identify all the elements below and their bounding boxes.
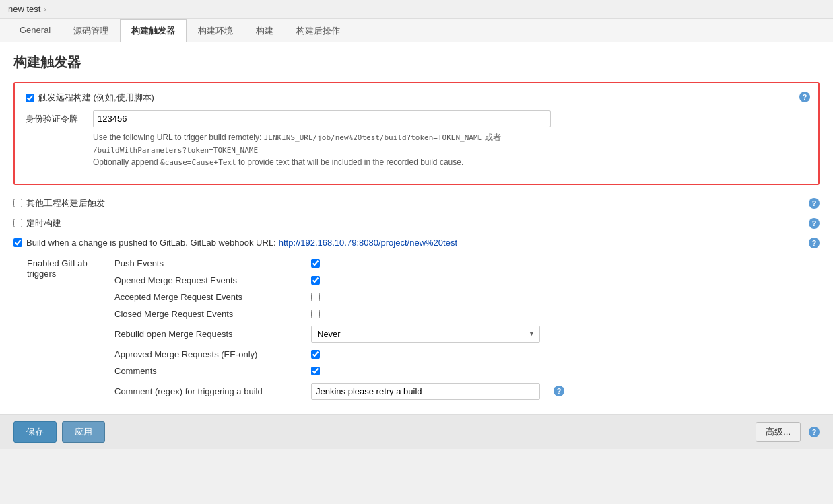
token-label: 身份验证令牌 <box>26 110 93 125</box>
footer-help-icon[interactable]: ? <box>809 427 820 437</box>
scheduled-help-icon[interactable]: ? <box>809 218 820 229</box>
gitlab-trigger-label: Build when a change is pushed to GitLab.… <box>26 238 276 248</box>
tab-build[interactable]: 构建 <box>244 19 285 42</box>
remote-trigger-label: 触发远程构建 (例如,使用脚本) <box>38 92 154 104</box>
accepted-merge-checkbox[interactable] <box>311 293 320 301</box>
tab-bar: General 源码管理 构建触发器 构建环境 构建 构建后操作 <box>0 19 833 42</box>
push-events-row: Push Events <box>114 255 564 272</box>
enabled-gitlab-label: Enabled GitLab triggers <box>27 255 114 403</box>
remote-trigger-checkbox-row: 触发远程构建 (例如,使用脚本) <box>26 92 807 104</box>
token-row: 身份验证令牌 Use the following URL to trigger … <box>26 110 807 169</box>
opened-merge-checkbox[interactable] <box>311 276 320 285</box>
opened-merge-label: Opened Merge Request Events <box>114 275 303 285</box>
remote-trigger-block: ? 触发远程构建 (例如,使用脚本) 身份验证令牌 Use the follow… <box>13 82 820 185</box>
gitlab-trigger-checkbox[interactable] <box>13 238 22 247</box>
footer-bar: 保存 应用 高级... ? <box>0 414 833 449</box>
cause-code: &cause=Cause+Text <box>160 158 236 167</box>
comments-row: Comments <box>114 363 564 380</box>
tab-general[interactable]: General <box>8 19 62 42</box>
remote-trigger-checkbox[interactable] <box>26 94 34 102</box>
comments-check <box>311 367 320 375</box>
approved-merge-label: Approved Merge Requests (EE-only) <box>114 349 303 359</box>
comment-regex-row: Comment (regex) for triggering a build ? <box>114 380 564 403</box>
gitlab-webhook-url: http://192.168.10.79:8080/project/new%20… <box>279 238 457 248</box>
accepted-merge-row: Accepted Merge Request Events <box>114 289 564 305</box>
tab-post-build[interactable]: 构建后操作 <box>285 19 352 42</box>
url-part1: JENKINS_URL/job/new%20test/build?token=T… <box>264 133 483 142</box>
page-title: 构建触发器 <box>13 53 820 71</box>
save-button[interactable]: 保存 <box>13 421 57 443</box>
accepted-merge-label: Accepted Merge Request Events <box>114 292 303 302</box>
push-events-checkbox[interactable] <box>311 259 320 268</box>
help-line2b: to provide text that will be included in… <box>238 157 463 167</box>
token-field-content: Use the following URL to trigger build r… <box>93 110 807 169</box>
comment-regex-label: Comment (regex) for triggering a build <box>114 386 303 396</box>
rebuild-merge-label: Rebuild open Merge Requests <box>114 329 303 339</box>
approved-merge-check <box>311 350 320 359</box>
accepted-merge-check <box>311 293 320 301</box>
apply-button[interactable]: 应用 <box>62 421 105 443</box>
approved-merge-row: Approved Merge Requests (EE-only) <box>114 346 564 363</box>
tab-build-trigger[interactable]: 构建触发器 <box>120 19 187 42</box>
url-part2: /buildWithParameters?token=TOKEN_NAME <box>93 146 258 155</box>
push-events-label: Push Events <box>114 258 303 268</box>
scheduled-trigger-label: 定时构建 <box>26 217 61 229</box>
gitlab-triggers-container: Enabled GitLab triggers Push Events Open… <box>27 255 820 403</box>
closed-merge-row: Closed Merge Request Events <box>114 305 564 322</box>
tab-build-env[interactable]: 构建环境 <box>187 19 244 42</box>
advanced-button[interactable]: 高级... <box>756 422 801 442</box>
token-input[interactable] <box>93 110 551 127</box>
comments-checkbox[interactable] <box>311 367 320 375</box>
approved-merge-checkbox[interactable] <box>311 350 320 359</box>
rebuild-merge-row: Rebuild open Merge Requests Never On pus… <box>114 322 564 346</box>
gitlab-help-icon[interactable]: ? <box>809 238 820 248</box>
help-line2: Optionally append <box>93 157 158 167</box>
gitlab-triggers-list: Push Events Opened Merge Request Events … <box>114 255 564 403</box>
token-help-text: Use the following URL to trigger build r… <box>93 131 807 169</box>
other-project-trigger-label: 其他工程构建后触发 <box>26 197 105 209</box>
closed-merge-check <box>311 310 320 318</box>
rebuild-merge-select[interactable]: Never On push to source branch On push t… <box>311 326 540 343</box>
breadcrumb-arrow: › <box>43 4 46 14</box>
url-sep: 或者 <box>485 133 501 142</box>
comment-regex-input[interactable] <box>311 383 540 400</box>
gitlab-trigger-row: Build when a change is pushed to GitLab.… <box>13 233 820 252</box>
help-line1: Use the following URL to trigger build r… <box>93 133 261 142</box>
push-events-check <box>311 259 320 268</box>
opened-merge-row: Opened Merge Request Events <box>114 272 564 289</box>
other-project-trigger-row: 其他工程构建后触发 ? <box>13 193 820 213</box>
closed-merge-label: Closed Merge Request Events <box>114 309 303 319</box>
scheduled-trigger-checkbox[interactable] <box>13 219 22 227</box>
breadcrumb: new test › <box>0 0 833 19</box>
opened-merge-check <box>311 276 320 285</box>
comments-label: Comments <box>114 366 303 376</box>
other-project-help-icon[interactable]: ? <box>809 198 820 209</box>
other-project-trigger-checkbox[interactable] <box>13 199 22 207</box>
breadcrumb-item[interactable]: new test <box>8 4 40 14</box>
rebuild-merge-select-wrapper: Never On push to source branch On push t… <box>311 326 540 343</box>
scheduled-trigger-row: 定时构建 ? <box>13 213 820 233</box>
closed-merge-checkbox[interactable] <box>311 310 320 318</box>
remote-trigger-help-icon[interactable]: ? <box>799 92 810 102</box>
tab-source[interactable]: 源码管理 <box>62 19 120 42</box>
comment-regex-help-icon[interactable]: ? <box>554 386 564 396</box>
